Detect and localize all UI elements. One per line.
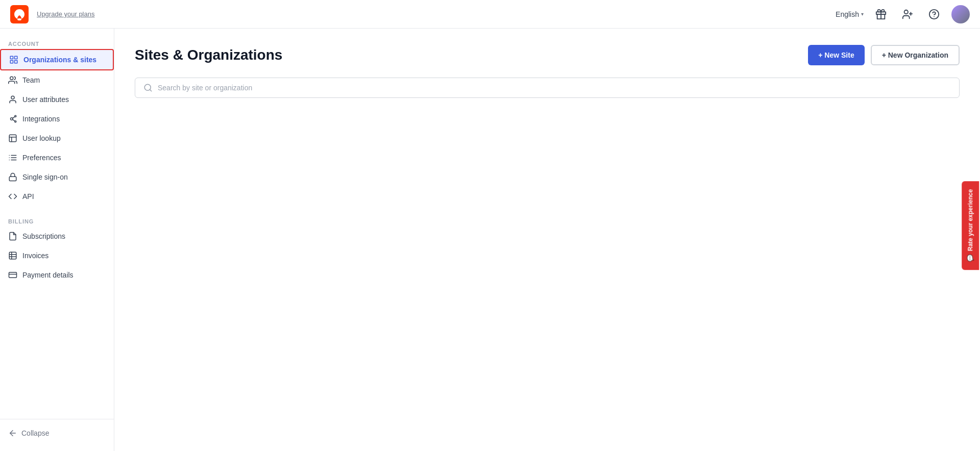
sidebar-item-orgs-sites[interactable]: Organizations & sites [0,49,114,70]
billing-section-label: Billing [0,214,114,227]
sidebar-team-label: Team [22,76,106,84]
rate-tab-label: Rate your experience [967,189,974,251]
team-icon [8,76,17,85]
account-section-label: Account [0,37,114,49]
sidebar-sso-label: Single sign-on [22,173,106,181]
svg-rect-29 [9,177,16,181]
page-title: Sites & Organizations [135,47,282,63]
svg-rect-9 [10,56,13,59]
grid-icon [9,55,18,64]
sidebar-item-subscriptions[interactable]: Subscriptions [0,227,114,246]
svg-rect-30 [9,252,16,259]
sidebar-item-invoices[interactable]: Invoices [0,246,114,265]
invoices-icon [8,251,17,260]
sidebar-item-payment[interactable]: Payment details [0,265,114,285]
preferences-icon [8,153,17,162]
sso-lock-icon [8,172,17,182]
sidebar-item-api[interactable]: API [0,187,114,206]
svg-line-19 [13,119,15,121]
payment-icon [8,270,17,280]
sidebar-user-lookup-label: User lookup [22,134,106,142]
add-user-icon-button[interactable] [898,5,917,23]
sidebar-item-user-attributes[interactable]: User attributes [0,90,114,109]
svg-point-4 [904,10,908,13]
svg-rect-11 [10,61,13,63]
collapse-button[interactable]: Collapse [0,423,114,443]
sidebar-item-team[interactable]: Team [0,70,114,90]
hotjar-logo[interactable] [10,5,29,23]
language-label: English [836,10,859,18]
subscriptions-icon [8,232,17,241]
sidebar-invoices-label: Invoices [22,252,106,260]
svg-point-13 [10,77,13,80]
svg-point-1 [17,18,21,20]
svg-point-14 [11,96,14,99]
sidebar-item-integrations[interactable]: Integrations [0,109,114,129]
user-attributes-icon [8,95,17,104]
search-input[interactable] [158,84,951,92]
gift-icon-button[interactable] [872,5,890,23]
sidebar-integrations-label: Integrations [22,115,106,123]
main-content: Sites & Organizations + New Site + New O… [114,29,980,451]
sidebar-subscriptions-label: Subscriptions [22,232,106,240]
search-bar [135,78,960,98]
language-selector[interactable]: English ▾ [836,10,864,18]
svg-rect-10 [15,56,17,59]
integrations-icon [8,114,17,123]
user-lookup-icon [8,134,17,143]
top-navigation: Upgrade your plans English ▾ [0,0,980,29]
topnav-right: English ▾ [836,5,970,23]
collapse-label: Collapse [21,429,49,437]
api-icon [8,192,17,201]
rate-tab-icon: 💬 [967,254,974,262]
header-actions: + New Site + New Organization [808,45,960,65]
topnav-left: Upgrade your plans [10,5,94,23]
search-icon [143,83,153,92]
chevron-down-icon: ▾ [861,11,864,17]
sidebar: Account Organizations & sites [0,29,114,451]
upgrade-link[interactable]: Upgrade your plans [37,10,94,18]
svg-line-18 [13,117,15,118]
sidebar-item-user-lookup[interactable]: User lookup [0,129,114,148]
sidebar-preferences-label: Preferences [22,154,106,162]
collapse-arrow-icon [8,429,17,438]
sidebar-payment-label: Payment details [22,271,106,279]
sidebar-item-sso[interactable]: Single sign-on [0,167,114,187]
app-body: Account Organizations & sites [0,29,980,451]
rate-experience-tab[interactable]: 💬 Rate your experience [962,181,979,270]
sidebar-orgs-sites-label: Organizations & sites [23,56,105,64]
help-icon-button[interactable] [925,5,943,23]
new-site-button[interactable]: + New Site [808,45,864,65]
avatar[interactable] [951,5,970,23]
svg-rect-20 [9,135,16,142]
svg-rect-34 [9,272,17,278]
sidebar-user-attr-label: User attributes [22,95,106,104]
new-organization-button[interactable]: + New Organization [871,45,960,65]
sidebar-item-preferences[interactable]: Preferences [0,148,114,167]
svg-rect-12 [15,61,17,63]
svg-line-38 [150,89,151,91]
page-header: Sites & Organizations + New Site + New O… [135,45,960,65]
sidebar-api-label: API [22,192,106,201]
